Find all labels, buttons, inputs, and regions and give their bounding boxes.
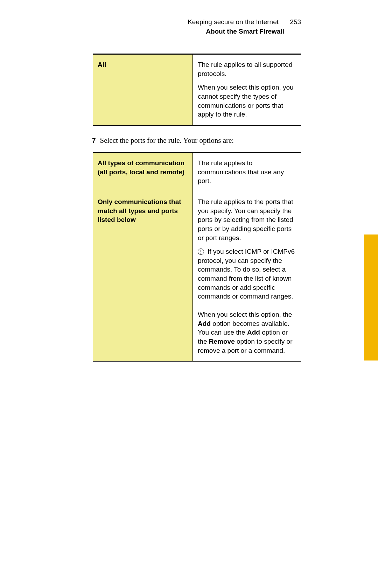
table-row: All types of communication (all ports, l… (93, 153, 301, 192)
option-description: The rule applies to communications that … (193, 153, 301, 192)
table-row: Only communications that match all types… (93, 192, 301, 362)
add-label: Add (198, 320, 211, 327)
step-text: Select the ports for the rule. Your opti… (100, 136, 234, 145)
side-tab (364, 234, 378, 360)
protocol-table: All The rule applies to all supported pr… (93, 54, 301, 126)
note-lead-text: If you select ICMP (208, 248, 261, 255)
remove-label: Remove (209, 338, 235, 345)
section-title: About the Smart Firewall (0, 27, 301, 36)
header-top-line: Keeping secure on the Internet 253 (188, 18, 301, 27)
step-line: 7Select the ports for the rule. Your opt… (92, 136, 301, 145)
add-label: Add (247, 329, 260, 336)
ports-table: All types of communication (all ports, l… (93, 152, 301, 362)
option-description: The rule applies to all supported protoc… (193, 54, 301, 126)
page-number: 253 (290, 18, 301, 26)
note-icon (198, 248, 204, 255)
description-paragraph: The rule applies to the ports that you s… (198, 197, 298, 242)
table-row: All The rule applies to all supported pr… (93, 54, 301, 126)
option-label: All (93, 54, 193, 126)
note-rest-text: or ICMPv6 protocol, you can specify the … (198, 248, 295, 300)
step-number: 7 (92, 137, 96, 144)
description-paragraph: The rule applies to all supported protoc… (198, 60, 298, 78)
chapter-title: Keeping secure on the Internet (188, 18, 279, 26)
option-description: The rule applies to the ports that you s… (193, 192, 301, 362)
option-label: Only communications that match all types… (93, 192, 193, 362)
page-header: Keeping secure on the Internet 253 About… (0, 0, 378, 36)
description-paragraph: When you select this option, the Add opt… (198, 310, 298, 355)
description-paragraph: When you select this option, you cannot … (198, 83, 298, 119)
header-divider (284, 18, 288, 26)
option-label: All types of communication (all ports, l… (93, 153, 193, 192)
main-content: All The rule applies to all supported pr… (0, 36, 378, 362)
description-paragraph: The rule applies to communications that … (198, 159, 298, 186)
note-paragraph: If you select ICMP or ICMPv6 protocol, y… (198, 247, 298, 301)
